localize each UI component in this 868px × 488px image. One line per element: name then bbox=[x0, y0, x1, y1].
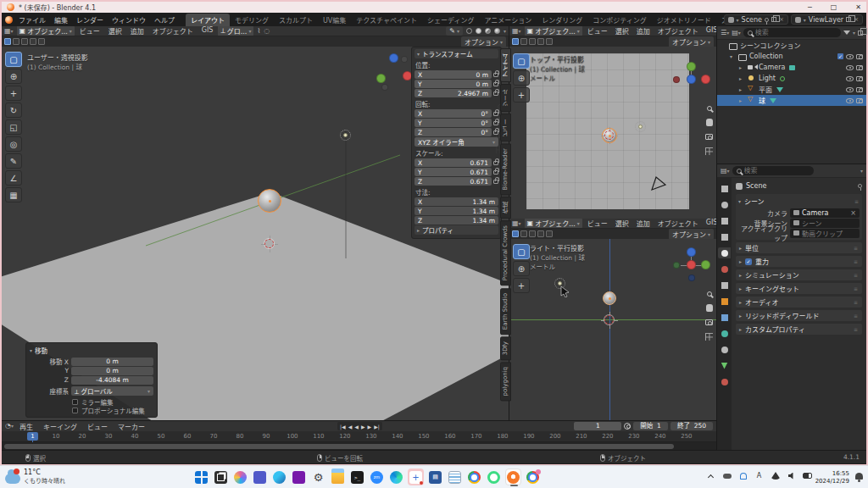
viewport-menu-item[interactable]: 追加 bbox=[635, 219, 652, 228]
taskbar-app-icon[interactable] bbox=[232, 469, 248, 485]
outliner-row[interactable]: シーンコレクション ✓ bbox=[717, 40, 866, 51]
taskbar-app-icon[interactable] bbox=[271, 469, 287, 485]
render-visibility-icon[interactable] bbox=[856, 65, 863, 70]
pan-hand-icon[interactable] bbox=[706, 119, 713, 126]
neg-y-axis-ball[interactable] bbox=[673, 262, 680, 269]
select-set-icon[interactable] bbox=[512, 230, 519, 237]
editor-type-icon[interactable]: ☰▾ bbox=[721, 29, 729, 37]
gravity-checkbox[interactable]: ✓ bbox=[745, 258, 752, 265]
tool-button[interactable]: ◎ bbox=[5, 136, 22, 152]
property-section-header[interactable]: ▸ ✓ リジッドボディワールド ≡ bbox=[736, 310, 862, 321]
hide-eye-icon[interactable] bbox=[846, 54, 854, 59]
display-mode-icon[interactable]: ▤▾ bbox=[732, 29, 741, 37]
transform-orientation-selector[interactable]: ⟂グロ...▾ bbox=[218, 26, 253, 36]
dimension-field[interactable]: Z1.34 m bbox=[415, 216, 498, 225]
select-subtract-icon[interactable] bbox=[21, 38, 28, 45]
select-extend-icon[interactable] bbox=[520, 230, 527, 237]
options-dropdown[interactable]: オプション▾ bbox=[669, 229, 714, 239]
transport-button[interactable]: ◀ bbox=[354, 424, 359, 430]
disclosure-icon[interactable] bbox=[739, 97, 745, 103]
outliner-row[interactable]: Camera ✓ bbox=[717, 62, 866, 73]
operator-field-row[interactable]: 移動 X0 m bbox=[30, 357, 153, 366]
camera-view-icon[interactable] bbox=[705, 319, 713, 325]
select-intersect-icon[interactable] bbox=[546, 38, 553, 45]
sidebar-tab[interactable]: ツール bbox=[500, 84, 511, 112]
zoom-icon[interactable] bbox=[707, 106, 712, 111]
select-subtract-icon[interactable] bbox=[529, 230, 536, 237]
tray-icon[interactable] bbox=[706, 471, 715, 480]
navigation-gizmo[interactable] bbox=[672, 247, 711, 286]
lock-icon[interactable] bbox=[493, 112, 498, 116]
pin-icon[interactable] bbox=[858, 184, 862, 188]
properties-tab[interactable] bbox=[718, 328, 731, 339]
tool-button[interactable]: ▢ bbox=[5, 52, 22, 67]
workspace-tab[interactable]: ジオメトリノード bbox=[652, 14, 716, 26]
shading-rendered-icon[interactable] bbox=[494, 28, 500, 34]
taskbar-app-icon[interactable]: zm bbox=[369, 469, 385, 485]
properties-tab[interactable] bbox=[718, 247, 731, 258]
lock-icon[interactable] bbox=[493, 170, 498, 175]
sidebar-tab[interactable]: アイテム bbox=[500, 48, 511, 82]
camera-object-top[interactable] bbox=[649, 175, 668, 192]
z-axis-ball[interactable] bbox=[389, 53, 398, 63]
search-input[interactable] bbox=[744, 167, 795, 175]
topbar-menu-item[interactable]: ヘルプ bbox=[150, 14, 179, 26]
operator-field-row[interactable]: Y0 m bbox=[30, 366, 153, 375]
proportional-edit-icon[interactable]: ◌ bbox=[264, 27, 270, 36]
select-extend-icon[interactable] bbox=[520, 38, 527, 45]
tool-button[interactable]: + bbox=[5, 86, 22, 101]
options-dropdown[interactable]: オプション▾ bbox=[461, 36, 506, 47]
clock-icon[interactable] bbox=[624, 423, 631, 430]
workspace-tab[interactable]: レンダリング bbox=[537, 14, 587, 26]
timeline-menu-item[interactable]: キーイング bbox=[42, 422, 79, 431]
transport-button[interactable]: ◀ bbox=[348, 424, 353, 430]
viewport-menu-item[interactable]: 選択 bbox=[614, 26, 631, 36]
select-invert-icon[interactable] bbox=[537, 38, 544, 45]
property-section-header[interactable]: ▸ ✓ カスタムプロパティ ≡ bbox=[736, 324, 862, 335]
properties-tab[interactable] bbox=[718, 215, 731, 226]
tool-button[interactable]: ▦ bbox=[5, 187, 22, 202]
taskbar-app-icon[interactable]: + bbox=[408, 469, 424, 485]
light-object[interactable] bbox=[343, 133, 348, 137]
timeline-menu-item[interactable]: マーカー bbox=[116, 422, 147, 431]
editor-type-icon[interactable]: ▤▾ bbox=[721, 167, 730, 175]
location-field[interactable]: Z2.4967 m bbox=[415, 89, 498, 97]
taskbar-app-icon[interactable]: ▤ bbox=[427, 469, 443, 485]
editor-type-icon[interactable]: ▦▾ bbox=[512, 27, 521, 36]
property-row[interactable]: カメラ Camera× bbox=[738, 208, 860, 218]
viewport-menu-item[interactable]: 追加 bbox=[635, 26, 652, 36]
select-invert-icon[interactable] bbox=[537, 230, 544, 237]
y-axis-ball[interactable] bbox=[376, 74, 386, 83]
taskbar-app-icon[interactable]: ⚙ bbox=[310, 469, 326, 485]
workspace-tab[interactable]: シェーディング bbox=[422, 14, 479, 26]
scale-field[interactable]: X0.671 bbox=[415, 158, 498, 167]
lock-icon[interactable] bbox=[493, 130, 498, 135]
property-row[interactable]: アクティブクリップ 動画クリップ× bbox=[738, 228, 860, 238]
top-3d-viewport[interactable]: トップ・平行投影 (1) Collection | 球 メートル ▢ ⊕ + bbox=[509, 47, 716, 219]
lock-icon[interactable] bbox=[493, 82, 498, 86]
lock-icon[interactable] bbox=[493, 92, 498, 96]
viewport-menu-item[interactable]: 選択 bbox=[107, 26, 124, 36]
select-intersect-icon[interactable] bbox=[546, 230, 553, 237]
transport-button[interactable]: ▶ bbox=[361, 424, 365, 430]
lock-icon[interactable] bbox=[493, 121, 498, 125]
lock-icon[interactable] bbox=[493, 73, 498, 77]
tool-move[interactable]: + bbox=[513, 87, 530, 103]
light-object-top[interactable] bbox=[638, 125, 643, 129]
tool-cursor[interactable]: ⊕ bbox=[513, 261, 530, 276]
taskbar-app-icon[interactable] bbox=[447, 469, 463, 485]
tool-move[interactable]: + bbox=[513, 278, 530, 293]
outliner-row[interactable]: Collection ✓ bbox=[717, 51, 866, 62]
orientation-dropdown[interactable]: ⟂ グローバル▾ bbox=[71, 386, 153, 396]
property-section-header[interactable]: ▸ ✓ シミュレーション ≡ bbox=[736, 269, 862, 280]
sidebar-tab[interactable]: Procedural Crowds bbox=[500, 220, 511, 286]
sphere-object-right[interactable] bbox=[603, 291, 616, 305]
viewport-menu-item[interactable]: ビュー bbox=[78, 26, 102, 36]
zoom-icon[interactable] bbox=[707, 291, 712, 297]
minimize-button[interactable]: ─ bbox=[808, 3, 812, 11]
workspace-tab[interactable]: レイアウト bbox=[186, 14, 230, 26]
sidebar-tab[interactable]: Earth Studio bbox=[500, 288, 511, 335]
x-axis-ball[interactable] bbox=[701, 75, 710, 84]
tool-cursor[interactable]: ⊕ bbox=[513, 70, 530, 86]
viewport-menu-item[interactable]: 追加 bbox=[129, 26, 146, 36]
